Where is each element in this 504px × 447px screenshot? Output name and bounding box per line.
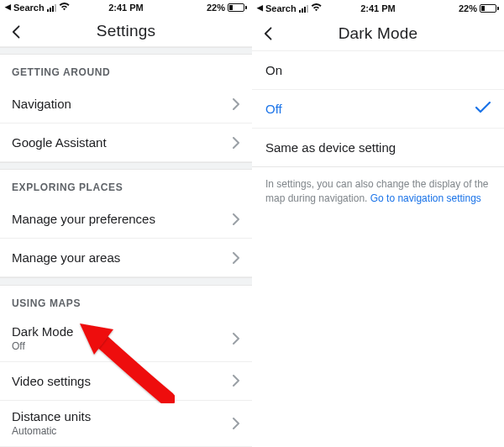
dark-mode-pane: ◀ Search 2:41 PM 22% Dark Mode On Off xyxy=(252,0,504,447)
battery-icon xyxy=(228,3,247,12)
row-video-settings[interactable]: Video settings xyxy=(0,362,252,401)
footer-note: In settings, you can also change the dis… xyxy=(252,167,504,216)
row-dark-mode[interactable]: Dark Mode Off xyxy=(0,316,252,362)
chevron-right-icon xyxy=(233,418,240,429)
row-label: Distance units xyxy=(12,409,91,423)
clock: 2:41 PM xyxy=(0,3,252,13)
chevron-right-icon xyxy=(233,98,240,110)
row-manage-preferences[interactable]: Manage your preferences xyxy=(0,200,252,239)
row-label: Navigation xyxy=(12,97,71,111)
row-distance-units[interactable]: Distance units Automatic xyxy=(0,401,252,447)
row-google-assistant[interactable]: Google Assistant xyxy=(0,124,252,162)
chevron-right-icon xyxy=(233,333,240,344)
chevron-right-icon xyxy=(233,375,240,387)
navbar: Dark Mode xyxy=(252,17,504,50)
row-label: Manage your areas xyxy=(12,250,120,265)
back-button[interactable] xyxy=(259,24,279,44)
option-label: Same as device setting xyxy=(265,140,396,155)
chevron-right-icon xyxy=(233,137,240,149)
checkmark-icon xyxy=(475,102,491,116)
section-header-getting-around: GETTING AROUND xyxy=(0,55,252,85)
section-header-using-maps: USING MAPS xyxy=(0,286,252,316)
status-bar: ◀ Search 2:41 PM 22% xyxy=(252,0,504,17)
footer-link[interactable]: Go to navigation settings xyxy=(370,192,481,204)
option-label: Off xyxy=(265,102,282,116)
page-title: Settings xyxy=(97,22,155,40)
battery-icon xyxy=(480,4,499,13)
row-manage-areas[interactable]: Manage your areas xyxy=(0,239,252,277)
row-label: Dark Mode xyxy=(12,324,73,339)
row-label: Manage your preferences xyxy=(12,212,155,226)
navbar: Settings xyxy=(0,15,252,46)
option-off[interactable]: Off xyxy=(252,90,504,129)
status-bar: ◀ Search 2:41 PM 22% xyxy=(0,0,252,15)
option-on[interactable]: On xyxy=(252,51,504,90)
back-button[interactable] xyxy=(7,22,27,42)
chevron-right-icon xyxy=(233,252,240,264)
option-same-as-device[interactable]: Same as device setting xyxy=(252,129,504,167)
row-label: Video settings xyxy=(12,374,91,388)
chevron-right-icon xyxy=(233,213,240,225)
section-header-exploring-places: EXPLORING PLACES xyxy=(0,170,252,200)
option-label: On xyxy=(265,63,282,77)
settings-pane: ◀ Search 2:41 PM 22% Settings GETTING AR… xyxy=(0,0,252,447)
row-navigation[interactable]: Navigation xyxy=(0,85,252,124)
page-title: Dark Mode xyxy=(339,24,418,43)
row-label: Google Assistant xyxy=(12,135,107,150)
clock: 2:41 PM xyxy=(252,3,504,13)
row-sublabel: Off xyxy=(12,340,73,352)
row-sublabel: Automatic xyxy=(12,425,91,437)
